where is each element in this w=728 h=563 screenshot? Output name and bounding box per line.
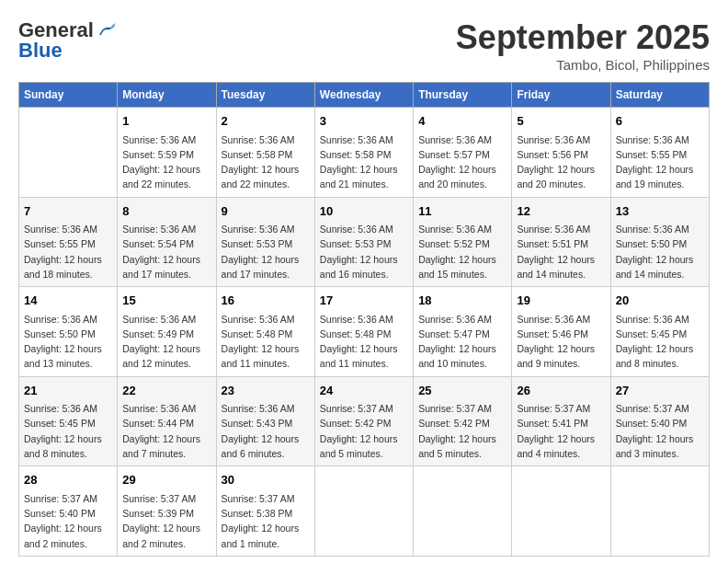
day-info: Sunrise: 5:36 AMSunset: 5:48 PMDaylight:… (222, 312, 310, 372)
day-info: Sunrise: 5:36 AMSunset: 5:56 PMDaylight:… (517, 132, 605, 192)
column-header-tuesday: Tuesday (216, 83, 314, 108)
day-number: 2 (222, 112, 310, 131)
day-info: Sunrise: 5:36 AMSunset: 5:58 PMDaylight:… (320, 132, 408, 192)
calendar-table: SundayMondayTuesdayWednesdayThursdayFrid… (18, 82, 710, 557)
day-number: 26 (517, 382, 605, 400)
calendar-cell: 7Sunrise: 5:36 AMSunset: 5:55 PMDaylight… (19, 197, 118, 287)
day-info: Sunrise: 5:36 AMSunset: 5:57 PMDaylight:… (418, 132, 506, 192)
day-number: 11 (418, 202, 506, 221)
day-info: Sunrise: 5:36 AMSunset: 5:43 PMDaylight:… (222, 401, 310, 461)
calendar-cell: 28Sunrise: 5:37 AMSunset: 5:40 PMDayligh… (19, 466, 118, 557)
day-info: Sunrise: 5:36 AMSunset: 5:45 PMDaylight:… (24, 401, 112, 461)
calendar-cell: 3Sunrise: 5:36 AMSunset: 5:58 PMDaylight… (314, 108, 413, 198)
calendar-cell: 25Sunrise: 5:37 AMSunset: 5:42 PMDayligh… (414, 376, 512, 466)
day-info: Sunrise: 5:36 AMSunset: 5:52 PMDaylight:… (418, 222, 506, 282)
calendar-cell: 6Sunrise: 5:36 AMSunset: 5:55 PMDaylight… (610, 108, 709, 198)
week-row-3: 14Sunrise: 5:36 AMSunset: 5:50 PMDayligh… (19, 287, 710, 377)
column-header-monday: Monday (118, 83, 216, 108)
week-row-4: 21Sunrise: 5:36 AMSunset: 5:45 PMDayligh… (19, 376, 710, 466)
day-number: 28 (24, 471, 112, 489)
calendar-header-row: SundayMondayTuesdayWednesdayThursdayFrid… (19, 83, 710, 108)
day-info: Sunrise: 5:36 AMSunset: 5:53 PMDaylight:… (320, 222, 408, 282)
column-header-sunday: Sunday (19, 83, 118, 108)
day-number: 9 (222, 202, 310, 221)
calendar-cell: 17Sunrise: 5:36 AMSunset: 5:48 PMDayligh… (314, 287, 413, 377)
calendar-cell: 30Sunrise: 5:37 AMSunset: 5:38 PMDayligh… (216, 466, 314, 557)
column-header-saturday: Saturday (610, 83, 709, 108)
day-info: Sunrise: 5:36 AMSunset: 5:50 PMDaylight:… (616, 222, 704, 282)
calendar-cell: 15Sunrise: 5:36 AMSunset: 5:49 PMDayligh… (118, 287, 216, 377)
calendar-cell: 14Sunrise: 5:36 AMSunset: 5:50 PMDayligh… (19, 287, 118, 377)
day-info: Sunrise: 5:36 AMSunset: 5:46 PMDaylight:… (517, 312, 605, 372)
logo-blue: Blue (18, 39, 63, 63)
day-number: 8 (122, 202, 210, 221)
day-number: 24 (320, 382, 408, 400)
day-number: 25 (418, 382, 506, 400)
day-number: 15 (122, 292, 210, 310)
week-row-1: 1Sunrise: 5:36 AMSunset: 5:59 PMDaylight… (19, 108, 710, 198)
calendar-cell: 13Sunrise: 5:36 AMSunset: 5:50 PMDayligh… (610, 197, 709, 287)
day-number: 6 (616, 112, 704, 131)
column-header-thursday: Thursday (414, 83, 512, 108)
day-number: 13 (616, 202, 704, 221)
page-header: General Blue September 2025 Tambo, Bicol… (18, 18, 710, 73)
day-number: 23 (222, 382, 310, 400)
day-info: Sunrise: 5:36 AMSunset: 5:51 PMDaylight:… (517, 222, 605, 282)
logo-bird-icon (96, 22, 116, 39)
day-info: Sunrise: 5:36 AMSunset: 5:55 PMDaylight:… (24, 222, 112, 282)
calendar-cell: 20Sunrise: 5:36 AMSunset: 5:45 PMDayligh… (610, 287, 709, 377)
day-info: Sunrise: 5:36 AMSunset: 5:48 PMDaylight:… (320, 312, 408, 372)
day-number: 7 (24, 202, 112, 221)
calendar-cell: 1Sunrise: 5:36 AMSunset: 5:59 PMDaylight… (118, 108, 216, 198)
day-info: Sunrise: 5:37 AMSunset: 5:39 PMDaylight:… (122, 491, 210, 551)
day-info: Sunrise: 5:36 AMSunset: 5:50 PMDaylight:… (24, 312, 112, 372)
day-info: Sunrise: 5:36 AMSunset: 5:44 PMDaylight:… (122, 401, 210, 461)
calendar-cell: 24Sunrise: 5:37 AMSunset: 5:42 PMDayligh… (314, 376, 413, 466)
day-number: 19 (517, 292, 605, 310)
day-number: 12 (517, 202, 605, 221)
calendar-body: 1Sunrise: 5:36 AMSunset: 5:59 PMDaylight… (19, 108, 710, 557)
location-subtitle: Tambo, Bicol, Philippines (456, 57, 710, 73)
day-number: 17 (320, 292, 408, 310)
logo: General Blue (18, 18, 116, 63)
day-info: Sunrise: 5:37 AMSunset: 5:42 PMDaylight:… (320, 401, 408, 461)
calendar-cell: 21Sunrise: 5:36 AMSunset: 5:45 PMDayligh… (19, 376, 118, 466)
day-info: Sunrise: 5:36 AMSunset: 5:49 PMDaylight:… (122, 312, 210, 372)
day-number: 4 (418, 112, 506, 131)
day-number: 29 (122, 471, 210, 489)
day-number: 1 (122, 112, 210, 131)
day-info: Sunrise: 5:37 AMSunset: 5:41 PMDaylight:… (517, 401, 605, 461)
day-info: Sunrise: 5:36 AMSunset: 5:55 PMDaylight:… (616, 132, 704, 192)
calendar-cell: 22Sunrise: 5:36 AMSunset: 5:44 PMDayligh… (118, 376, 216, 466)
day-number: 21 (24, 382, 112, 400)
month-title: September 2025 (456, 18, 710, 57)
day-number: 20 (616, 292, 704, 310)
day-info: Sunrise: 5:37 AMSunset: 5:40 PMDaylight:… (616, 401, 704, 461)
calendar-cell (19, 108, 118, 198)
week-row-5: 28Sunrise: 5:37 AMSunset: 5:40 PMDayligh… (19, 466, 710, 557)
day-number: 27 (616, 382, 704, 400)
calendar-cell: 29Sunrise: 5:37 AMSunset: 5:39 PMDayligh… (118, 466, 216, 557)
day-number: 5 (517, 112, 605, 131)
calendar-cell: 16Sunrise: 5:36 AMSunset: 5:48 PMDayligh… (216, 287, 314, 377)
day-info: Sunrise: 5:37 AMSunset: 5:42 PMDaylight:… (418, 401, 506, 461)
day-number: 16 (222, 292, 310, 310)
calendar-cell: 10Sunrise: 5:36 AMSunset: 5:53 PMDayligh… (314, 197, 413, 287)
day-number: 10 (320, 202, 408, 221)
day-info: Sunrise: 5:37 AMSunset: 5:38 PMDaylight:… (222, 491, 310, 551)
day-number: 18 (418, 292, 506, 310)
day-info: Sunrise: 5:36 AMSunset: 5:53 PMDaylight:… (222, 222, 310, 282)
calendar-cell: 19Sunrise: 5:36 AMSunset: 5:46 PMDayligh… (512, 287, 610, 377)
title-block: September 2025 Tambo, Bicol, Philippines (456, 18, 710, 73)
calendar-cell: 23Sunrise: 5:36 AMSunset: 5:43 PMDayligh… (216, 376, 314, 466)
day-info: Sunrise: 5:36 AMSunset: 5:54 PMDaylight:… (122, 222, 210, 282)
day-number: 22 (122, 382, 210, 400)
calendar-cell: 4Sunrise: 5:36 AMSunset: 5:57 PMDaylight… (414, 108, 512, 198)
calendar-cell: 2Sunrise: 5:36 AMSunset: 5:58 PMDaylight… (216, 108, 314, 198)
column-header-wednesday: Wednesday (314, 83, 413, 108)
calendar-cell: 8Sunrise: 5:36 AMSunset: 5:54 PMDaylight… (118, 197, 216, 287)
day-number: 14 (24, 292, 112, 310)
day-info: Sunrise: 5:36 AMSunset: 5:45 PMDaylight:… (616, 312, 704, 372)
calendar-cell: 18Sunrise: 5:36 AMSunset: 5:47 PMDayligh… (414, 287, 512, 377)
calendar-cell (314, 466, 413, 557)
